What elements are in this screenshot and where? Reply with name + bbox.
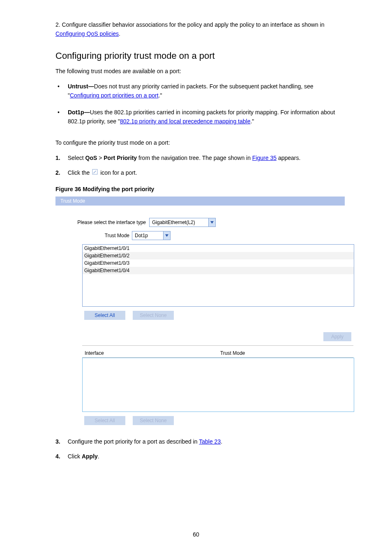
bullet-dot1p-tail: ." — [250, 118, 254, 125]
select-all-button: Select All — [84, 416, 125, 425]
step-4: 4.Click Apply. — [55, 452, 345, 461]
chevron-down-icon[interactable] — [163, 231, 170, 240]
bullet-untrust-lead: Untrust— — [68, 83, 94, 90]
step-1-qos: QoS — [85, 155, 97, 161]
link-table-23[interactable]: Table 23 — [199, 438, 221, 445]
link-configuring-qos-policies[interactable]: Configuring QoS policies — [55, 30, 119, 37]
section-intro-text: The following trust modes are available … — [55, 67, 345, 76]
bullet-dot1p-lead: Dot1p— — [68, 109, 90, 116]
step-1-g: appears. — [277, 155, 300, 161]
bullet-dot1p: Dot1p—Uses the 802.1p priorities carried… — [55, 108, 345, 126]
col-interface: Interface — [82, 350, 220, 356]
step-3-b: . — [221, 438, 222, 445]
procedure-lead: To configure the priority trust mode on … — [55, 139, 345, 148]
list-item[interactable]: GigabitEthernet1/0/1 — [83, 245, 354, 252]
page-number: 60 — [0, 531, 392, 538]
table-header: Interface Trust Mode — [82, 348, 353, 358]
select-all-button[interactable]: Select All — [84, 311, 125, 320]
step-4-tail: . — [98, 453, 99, 460]
bullet-untrust: Untrust—Does not trust any priority carr… — [55, 82, 345, 100]
trust-mode-list: Untrust—Does not trust any priority carr… — [55, 82, 345, 126]
section-heading: Configuring priority trust mode on a por… — [55, 51, 345, 61]
step-1-number: 1. — [55, 155, 60, 161]
figure-label: Figure 36 Modifying the port priority — [55, 186, 345, 192]
link-8021p-mapping-table[interactable]: 802.1p priority and local precedence map… — [120, 118, 251, 125]
step-4-number: 4. — [55, 453, 60, 460]
trust-mode-value: Dot1p — [132, 231, 163, 240]
step-2-a: Click the — [68, 169, 92, 176]
link-figure-35[interactable]: Figure 35 — [252, 155, 277, 161]
apply-button[interactable]: Apply — [323, 332, 351, 341]
result-listbox[interactable] — [82, 358, 354, 412]
port-listbox[interactable]: GigabitEthernet1/0/1 GigabitEthernet1/0/… — [82, 244, 354, 307]
step-1-c: > — [97, 155, 104, 161]
link-configuring-port-priorities[interactable]: Configuring port priorities on a port — [70, 92, 159, 99]
step-4-lead: Click — [68, 453, 82, 460]
intro-paragraph: 2. Configure classifier behavior associa… — [55, 21, 345, 38]
step-3-a: Configure the port priority for a port a… — [68, 438, 199, 445]
trust-mode-select[interactable]: Dot1p — [132, 231, 171, 240]
intro-text-3: . — [119, 30, 120, 37]
edit-icon — [92, 169, 98, 178]
select-none-button: Select None — [133, 311, 174, 320]
list-item[interactable]: GigabitEthernet1/0/2 — [83, 252, 354, 259]
step-2-number: 2. — [55, 169, 60, 176]
interface-type-select[interactable]: GigabitEthernet(L2) — [149, 218, 216, 227]
step-3-number: 3. — [55, 438, 60, 445]
step-1-e: from the navigation tree. The page shown… — [137, 155, 252, 161]
bullet-untrust-tail: ." — [159, 92, 162, 99]
select-none-button: Select None — [133, 416, 174, 425]
col-trust-mode: Trust Mode — [220, 350, 245, 356]
chevron-down-icon[interactable] — [208, 218, 215, 227]
step-4-btn: Apply — [82, 453, 98, 460]
step-1: 1.Select QoS > Port Priority from the na… — [55, 154, 345, 163]
trust-mode-label: Trust Mode — [82, 233, 132, 238]
trust-mode-panel: Trust Mode Please select the interface t… — [55, 197, 345, 425]
step-2-b: icon for a port. — [100, 169, 137, 176]
intro-text-1: 2. Configure classifier behavior associa… — [55, 21, 300, 28]
select-interface-type-label: Please select the interface type — [64, 220, 149, 225]
panel-title: Trust Mode — [55, 197, 345, 206]
intro-text-2: shown in — [302, 21, 324, 28]
step-3: 3.Configure the port priority for a port… — [55, 437, 345, 446]
divider — [82, 345, 353, 346]
list-item[interactable]: GigabitEthernet1/0/3 — [83, 259, 354, 267]
step-1-a: Select — [68, 155, 85, 161]
step-1-portpriority: Port Priority — [104, 155, 137, 161]
step-2: 2.Click the icon for a port. — [55, 169, 345, 178]
list-item[interactable]: GigabitEthernet1/0/4 — [83, 267, 354, 274]
interface-type-value: GigabitEthernet(L2) — [150, 218, 208, 227]
